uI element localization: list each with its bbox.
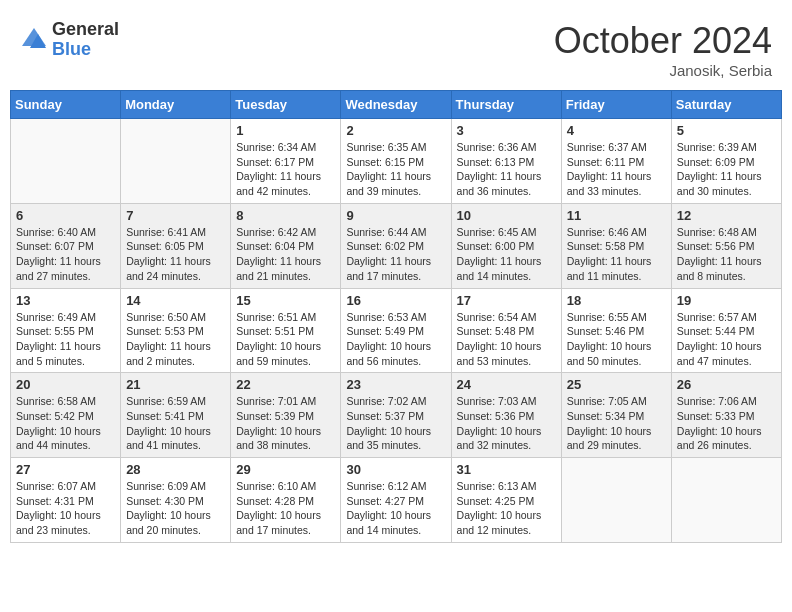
- day-detail: Sunrise: 6:58 AM Sunset: 5:42 PM Dayligh…: [16, 394, 115, 453]
- calendar-cell: 1Sunrise: 6:34 AM Sunset: 6:17 PM Daylig…: [231, 119, 341, 204]
- day-detail: Sunrise: 7:02 AM Sunset: 5:37 PM Dayligh…: [346, 394, 445, 453]
- day-number: 16: [346, 293, 445, 308]
- calendar-cell: 7Sunrise: 6:41 AM Sunset: 6:05 PM Daylig…: [121, 203, 231, 288]
- day-number: 18: [567, 293, 666, 308]
- calendar-cell: [11, 119, 121, 204]
- calendar-week-row: 20Sunrise: 6:58 AM Sunset: 5:42 PM Dayli…: [11, 373, 782, 458]
- calendar-cell: 24Sunrise: 7:03 AM Sunset: 5:36 PM Dayli…: [451, 373, 561, 458]
- calendar-cell: 9Sunrise: 6:44 AM Sunset: 6:02 PM Daylig…: [341, 203, 451, 288]
- day-number: 6: [16, 208, 115, 223]
- calendar-cell: 11Sunrise: 6:46 AM Sunset: 5:58 PM Dayli…: [561, 203, 671, 288]
- day-number: 8: [236, 208, 335, 223]
- calendar-cell: 12Sunrise: 6:48 AM Sunset: 5:56 PM Dayli…: [671, 203, 781, 288]
- day-detail: Sunrise: 6:51 AM Sunset: 5:51 PM Dayligh…: [236, 310, 335, 369]
- day-of-week-header: Monday: [121, 91, 231, 119]
- day-detail: Sunrise: 6:34 AM Sunset: 6:17 PM Dayligh…: [236, 140, 335, 199]
- calendar-cell: 5Sunrise: 6:39 AM Sunset: 6:09 PM Daylig…: [671, 119, 781, 204]
- day-detail: Sunrise: 6:46 AM Sunset: 5:58 PM Dayligh…: [567, 225, 666, 284]
- day-number: 20: [16, 377, 115, 392]
- day-number: 17: [457, 293, 556, 308]
- day-number: 3: [457, 123, 556, 138]
- day-detail: Sunrise: 6:35 AM Sunset: 6:15 PM Dayligh…: [346, 140, 445, 199]
- day-detail: Sunrise: 6:45 AM Sunset: 6:00 PM Dayligh…: [457, 225, 556, 284]
- calendar-cell: [671, 458, 781, 543]
- day-number: 29: [236, 462, 335, 477]
- day-number: 15: [236, 293, 335, 308]
- calendar-cell: 18Sunrise: 6:55 AM Sunset: 5:46 PM Dayli…: [561, 288, 671, 373]
- calendar-cell: 28Sunrise: 6:09 AM Sunset: 4:30 PM Dayli…: [121, 458, 231, 543]
- day-detail: Sunrise: 6:39 AM Sunset: 6:09 PM Dayligh…: [677, 140, 776, 199]
- calendar-cell: 25Sunrise: 7:05 AM Sunset: 5:34 PM Dayli…: [561, 373, 671, 458]
- day-detail: Sunrise: 6:13 AM Sunset: 4:25 PM Dayligh…: [457, 479, 556, 538]
- day-number: 5: [677, 123, 776, 138]
- day-of-week-header: Tuesday: [231, 91, 341, 119]
- day-number: 25: [567, 377, 666, 392]
- calendar-cell: [561, 458, 671, 543]
- day-number: 14: [126, 293, 225, 308]
- calendar-header: SundayMondayTuesdayWednesdayThursdayFrid…: [11, 91, 782, 119]
- calendar-cell: 22Sunrise: 7:01 AM Sunset: 5:39 PM Dayli…: [231, 373, 341, 458]
- day-number: 30: [346, 462, 445, 477]
- day-number: 11: [567, 208, 666, 223]
- calendar-cell: 4Sunrise: 6:37 AM Sunset: 6:11 PM Daylig…: [561, 119, 671, 204]
- calendar-cell: 10Sunrise: 6:45 AM Sunset: 6:00 PM Dayli…: [451, 203, 561, 288]
- title-block: October 2024 Janosik, Serbia: [554, 20, 772, 79]
- calendar-cell: 21Sunrise: 6:59 AM Sunset: 5:41 PM Dayli…: [121, 373, 231, 458]
- location-text: Janosik, Serbia: [554, 62, 772, 79]
- calendar-cell: 29Sunrise: 6:10 AM Sunset: 4:28 PM Dayli…: [231, 458, 341, 543]
- logo-icon: [20, 26, 48, 54]
- calendar-week-row: 6Sunrise: 6:40 AM Sunset: 6:07 PM Daylig…: [11, 203, 782, 288]
- header-row: SundayMondayTuesdayWednesdayThursdayFrid…: [11, 91, 782, 119]
- logo-blue-text: Blue: [52, 40, 119, 60]
- day-detail: Sunrise: 6:59 AM Sunset: 5:41 PM Dayligh…: [126, 394, 225, 453]
- day-detail: Sunrise: 6:44 AM Sunset: 6:02 PM Dayligh…: [346, 225, 445, 284]
- day-detail: Sunrise: 7:05 AM Sunset: 5:34 PM Dayligh…: [567, 394, 666, 453]
- calendar-cell: 17Sunrise: 6:54 AM Sunset: 5:48 PM Dayli…: [451, 288, 561, 373]
- day-number: 26: [677, 377, 776, 392]
- day-detail: Sunrise: 7:03 AM Sunset: 5:36 PM Dayligh…: [457, 394, 556, 453]
- day-detail: Sunrise: 6:50 AM Sunset: 5:53 PM Dayligh…: [126, 310, 225, 369]
- day-of-week-header: Friday: [561, 91, 671, 119]
- calendar-table: SundayMondayTuesdayWednesdayThursdayFrid…: [10, 90, 782, 543]
- day-number: 4: [567, 123, 666, 138]
- calendar-cell: 8Sunrise: 6:42 AM Sunset: 6:04 PM Daylig…: [231, 203, 341, 288]
- calendar-cell: 16Sunrise: 6:53 AM Sunset: 5:49 PM Dayli…: [341, 288, 451, 373]
- page-header: General Blue October 2024 Janosik, Serbi…: [10, 10, 782, 84]
- calendar-week-row: 13Sunrise: 6:49 AM Sunset: 5:55 PM Dayli…: [11, 288, 782, 373]
- calendar-body: 1Sunrise: 6:34 AM Sunset: 6:17 PM Daylig…: [11, 119, 782, 543]
- day-detail: Sunrise: 6:42 AM Sunset: 6:04 PM Dayligh…: [236, 225, 335, 284]
- day-number: 2: [346, 123, 445, 138]
- day-number: 31: [457, 462, 556, 477]
- day-of-week-header: Saturday: [671, 91, 781, 119]
- calendar-cell: 23Sunrise: 7:02 AM Sunset: 5:37 PM Dayli…: [341, 373, 451, 458]
- logo: General Blue: [20, 20, 119, 60]
- day-number: 13: [16, 293, 115, 308]
- day-number: 10: [457, 208, 556, 223]
- calendar-cell: 26Sunrise: 7:06 AM Sunset: 5:33 PM Dayli…: [671, 373, 781, 458]
- day-detail: Sunrise: 7:06 AM Sunset: 5:33 PM Dayligh…: [677, 394, 776, 453]
- calendar-cell: 2Sunrise: 6:35 AM Sunset: 6:15 PM Daylig…: [341, 119, 451, 204]
- day-detail: Sunrise: 6:41 AM Sunset: 6:05 PM Dayligh…: [126, 225, 225, 284]
- calendar-cell: [121, 119, 231, 204]
- day-detail: Sunrise: 6:40 AM Sunset: 6:07 PM Dayligh…: [16, 225, 115, 284]
- calendar-cell: 15Sunrise: 6:51 AM Sunset: 5:51 PM Dayli…: [231, 288, 341, 373]
- day-number: 21: [126, 377, 225, 392]
- calendar-week-row: 27Sunrise: 6:07 AM Sunset: 4:31 PM Dayli…: [11, 458, 782, 543]
- day-number: 22: [236, 377, 335, 392]
- day-number: 23: [346, 377, 445, 392]
- day-number: 24: [457, 377, 556, 392]
- calendar-cell: 30Sunrise: 6:12 AM Sunset: 4:27 PM Dayli…: [341, 458, 451, 543]
- day-of-week-header: Wednesday: [341, 91, 451, 119]
- calendar-cell: 6Sunrise: 6:40 AM Sunset: 6:07 PM Daylig…: [11, 203, 121, 288]
- day-number: 28: [126, 462, 225, 477]
- day-detail: Sunrise: 6:48 AM Sunset: 5:56 PM Dayligh…: [677, 225, 776, 284]
- calendar-cell: 27Sunrise: 6:07 AM Sunset: 4:31 PM Dayli…: [11, 458, 121, 543]
- day-detail: Sunrise: 6:57 AM Sunset: 5:44 PM Dayligh…: [677, 310, 776, 369]
- day-detail: Sunrise: 6:49 AM Sunset: 5:55 PM Dayligh…: [16, 310, 115, 369]
- day-number: 19: [677, 293, 776, 308]
- logo-general-text: General: [52, 20, 119, 40]
- calendar-cell: 14Sunrise: 6:50 AM Sunset: 5:53 PM Dayli…: [121, 288, 231, 373]
- day-number: 1: [236, 123, 335, 138]
- day-of-week-header: Thursday: [451, 91, 561, 119]
- day-detail: Sunrise: 6:36 AM Sunset: 6:13 PM Dayligh…: [457, 140, 556, 199]
